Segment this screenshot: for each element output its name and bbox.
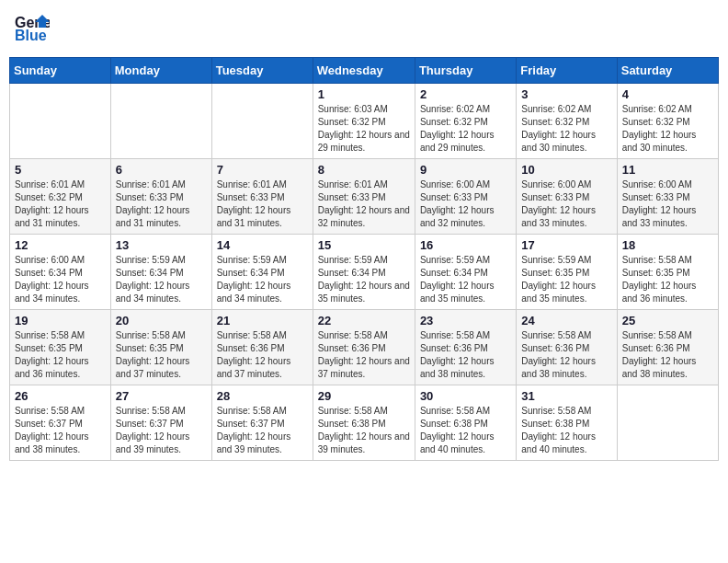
day-info: Sunrise: 6:01 AMSunset: 6:33 PMDaylight:… — [217, 178, 308, 230]
calendar-cell: 30Sunrise: 5:58 AMSunset: 6:38 PMDayligh… — [415, 385, 516, 461]
day-info: Sunrise: 6:00 AMSunset: 6:33 PMDaylight:… — [420, 178, 511, 230]
day-info: Sunrise: 5:59 AMSunset: 6:34 PMDaylight:… — [420, 254, 511, 305]
day-info: Sunrise: 5:58 AMSunset: 6:36 PMDaylight:… — [521, 329, 611, 381]
calendar-cell: 28Sunrise: 5:58 AMSunset: 6:37 PMDayligh… — [211, 385, 313, 461]
calendar-cell: 31Sunrise: 5:58 AMSunset: 6:38 PMDayligh… — [517, 385, 617, 461]
day-number: 21 — [217, 314, 308, 327]
day-number: 29 — [318, 389, 410, 403]
col-header-friday: Friday — [517, 58, 617, 84]
day-number: 8 — [318, 163, 410, 177]
calendar-cell: 4Sunrise: 6:02 AMSunset: 6:32 PMDaylight… — [617, 84, 718, 159]
calendar-cell: 21Sunrise: 5:58 AMSunset: 6:36 PMDayligh… — [211, 310, 313, 385]
calendar-week-row: 12Sunrise: 6:00 AMSunset: 6:34 PMDayligh… — [10, 235, 719, 310]
col-header-monday: Monday — [110, 58, 211, 84]
calendar-cell: 19Sunrise: 5:58 AMSunset: 6:35 PMDayligh… — [10, 310, 111, 385]
day-number: 9 — [420, 163, 511, 177]
header: General Blue — [9, 9, 719, 50]
calendar-cell: 23Sunrise: 5:58 AMSunset: 6:36 PMDayligh… — [415, 310, 516, 385]
day-number: 23 — [420, 314, 511, 327]
calendar-week-row: 19Sunrise: 5:58 AMSunset: 6:35 PMDayligh… — [10, 310, 719, 385]
day-number: 12 — [15, 238, 106, 252]
day-number: 13 — [116, 238, 207, 252]
day-number: 31 — [521, 389, 611, 403]
day-number: 20 — [116, 314, 207, 327]
calendar-cell: 20Sunrise: 5:58 AMSunset: 6:35 PMDayligh… — [110, 310, 211, 385]
day-number: 5 — [15, 163, 106, 177]
calendar-cell: 12Sunrise: 6:00 AMSunset: 6:34 PMDayligh… — [10, 235, 111, 310]
col-header-saturday: Saturday — [617, 58, 718, 84]
day-info: Sunrise: 5:58 AMSunset: 6:36 PMDaylight:… — [420, 329, 511, 381]
day-info: Sunrise: 5:58 AMSunset: 6:35 PMDaylight:… — [15, 329, 106, 381]
day-info: Sunrise: 6:00 AMSunset: 6:33 PMDaylight:… — [622, 178, 713, 230]
calendar-cell: 7Sunrise: 6:01 AMSunset: 6:33 PMDaylight… — [211, 159, 313, 235]
day-info: Sunrise: 5:58 AMSunset: 6:36 PMDaylight:… — [318, 329, 410, 381]
calendar-cell: 17Sunrise: 5:59 AMSunset: 6:35 PMDayligh… — [517, 235, 617, 310]
day-info: Sunrise: 5:59 AMSunset: 6:35 PMDaylight:… — [521, 254, 611, 305]
calendar-cell: 15Sunrise: 5:59 AMSunset: 6:34 PMDayligh… — [313, 235, 415, 310]
day-info: Sunrise: 5:58 AMSunset: 6:38 PMDaylight:… — [318, 405, 410, 456]
day-info: Sunrise: 6:00 AMSunset: 6:34 PMDaylight:… — [15, 254, 106, 305]
day-info: Sunrise: 6:02 AMSunset: 6:32 PMDaylight:… — [622, 103, 713, 155]
day-info: Sunrise: 5:58 AMSunset: 6:36 PMDaylight:… — [622, 329, 713, 381]
day-number: 15 — [318, 238, 410, 252]
day-info: Sunrise: 5:58 AMSunset: 6:35 PMDaylight:… — [116, 329, 207, 381]
calendar-week-row: 5Sunrise: 6:01 AMSunset: 6:32 PMDaylight… — [10, 159, 719, 235]
day-number: 1 — [318, 87, 410, 101]
day-info: Sunrise: 6:00 AMSunset: 6:33 PMDaylight:… — [521, 178, 611, 230]
calendar-cell: 8Sunrise: 6:01 AMSunset: 6:33 PMDaylight… — [313, 159, 415, 235]
day-info: Sunrise: 6:03 AMSunset: 6:32 PMDaylight:… — [318, 103, 410, 155]
calendar-cell: 24Sunrise: 5:58 AMSunset: 6:36 PMDayligh… — [517, 310, 617, 385]
col-header-thursday: Thursday — [415, 58, 516, 84]
calendar-cell — [110, 84, 211, 159]
day-number: 30 — [420, 389, 511, 403]
day-number: 18 — [622, 238, 713, 252]
logo-icon: General Blue — [13, 9, 50, 50]
calendar-cell — [211, 84, 313, 159]
col-header-wednesday: Wednesday — [313, 58, 415, 84]
day-info: Sunrise: 6:01 AMSunset: 6:32 PMDaylight:… — [15, 178, 106, 230]
day-info: Sunrise: 5:58 AMSunset: 6:38 PMDaylight:… — [420, 405, 511, 456]
calendar-cell: 3Sunrise: 6:02 AMSunset: 6:32 PMDaylight… — [517, 84, 617, 159]
day-number: 7 — [217, 163, 308, 177]
calendar-cell: 27Sunrise: 5:58 AMSunset: 6:37 PMDayligh… — [110, 385, 211, 461]
calendar-cell: 10Sunrise: 6:00 AMSunset: 6:33 PMDayligh… — [517, 159, 617, 235]
day-number: 22 — [318, 314, 410, 327]
day-number: 11 — [622, 163, 713, 177]
col-header-sunday: Sunday — [10, 58, 111, 84]
day-number: 16 — [420, 238, 511, 252]
calendar-cell: 26Sunrise: 5:58 AMSunset: 6:37 PMDayligh… — [10, 385, 111, 461]
day-info: Sunrise: 5:59 AMSunset: 6:34 PMDaylight:… — [116, 254, 207, 305]
calendar-cell: 29Sunrise: 5:58 AMSunset: 6:38 PMDayligh… — [313, 385, 415, 461]
calendar-cell — [617, 385, 718, 461]
calendar-cell: 5Sunrise: 6:01 AMSunset: 6:32 PMDaylight… — [10, 159, 111, 235]
day-number: 4 — [622, 87, 713, 101]
day-info: Sunrise: 5:58 AMSunset: 6:37 PMDaylight:… — [15, 405, 106, 456]
calendar-cell: 18Sunrise: 5:58 AMSunset: 6:35 PMDayligh… — [617, 235, 718, 310]
calendar-header-row: SundayMondayTuesdayWednesdayThursdayFrid… — [10, 58, 719, 84]
day-info: Sunrise: 5:58 AMSunset: 6:37 PMDaylight:… — [116, 405, 207, 456]
calendar-cell — [10, 84, 111, 159]
day-info: Sunrise: 5:59 AMSunset: 6:34 PMDaylight:… — [318, 254, 410, 305]
calendar-week-row: 1Sunrise: 6:03 AMSunset: 6:32 PMDaylight… — [10, 84, 719, 159]
day-info: Sunrise: 5:59 AMSunset: 6:34 PMDaylight:… — [217, 254, 308, 305]
day-number: 3 — [521, 87, 611, 101]
day-number: 24 — [521, 314, 611, 327]
day-info: Sunrise: 6:02 AMSunset: 6:32 PMDaylight:… — [521, 103, 611, 155]
day-number: 19 — [15, 314, 106, 327]
svg-text:Blue: Blue — [15, 28, 47, 43]
day-info: Sunrise: 5:58 AMSunset: 6:38 PMDaylight:… — [521, 405, 611, 456]
day-info: Sunrise: 6:02 AMSunset: 6:32 PMDaylight:… — [420, 103, 511, 155]
calendar-cell: 11Sunrise: 6:00 AMSunset: 6:33 PMDayligh… — [617, 159, 718, 235]
day-info: Sunrise: 5:58 AMSunset: 6:35 PMDaylight:… — [622, 254, 713, 305]
calendar-cell: 16Sunrise: 5:59 AMSunset: 6:34 PMDayligh… — [415, 235, 516, 310]
day-number: 10 — [521, 163, 611, 177]
day-number: 25 — [622, 314, 713, 327]
day-number: 28 — [217, 389, 308, 403]
day-number: 6 — [116, 163, 207, 177]
calendar-cell: 2Sunrise: 6:02 AMSunset: 6:32 PMDaylight… — [415, 84, 516, 159]
day-info: Sunrise: 5:58 AMSunset: 6:37 PMDaylight:… — [217, 405, 308, 456]
calendar-cell: 25Sunrise: 5:58 AMSunset: 6:36 PMDayligh… — [617, 310, 718, 385]
day-number: 2 — [420, 87, 511, 101]
calendar-cell: 9Sunrise: 6:00 AMSunset: 6:33 PMDaylight… — [415, 159, 516, 235]
calendar-cell: 14Sunrise: 5:59 AMSunset: 6:34 PMDayligh… — [211, 235, 313, 310]
